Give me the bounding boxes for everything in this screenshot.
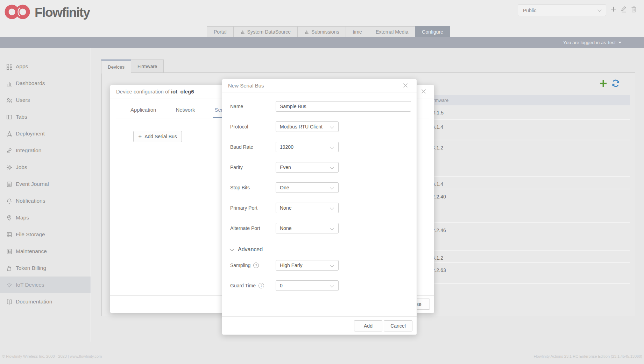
chevron-down-icon [330, 263, 334, 267]
help-icon[interactable]: ? [259, 283, 264, 288]
logged-in-text: You are logged in as [563, 40, 606, 45]
sidebar-item-deployment[interactable]: Deployment [0, 125, 91, 142]
journal-icon [6, 181, 12, 187]
chevron-down-icon [330, 165, 334, 169]
flowfinity-app: Flowfinity PortalSystem DataSourceSubmis… [0, 0, 644, 364]
refresh-icon[interactable] [611, 79, 620, 89]
form-row-primary-port: Primary PortNone [222, 203, 417, 213]
nav-tab-submissions[interactable]: Submissions [297, 26, 346, 37]
nav-tab-configure[interactable]: Configure [415, 26, 450, 37]
add-device-icon[interactable] [599, 79, 608, 90]
form-row-guard-time: Guard Time?0 [222, 280, 417, 291]
trash-icon[interactable] [630, 6, 638, 14]
sidebar-item-integration[interactable]: Integration [0, 142, 91, 159]
nav-tab-system-datasource[interactable]: System DataSource [233, 26, 298, 37]
deployment-icon [6, 131, 12, 137]
field-value: None [280, 225, 291, 231]
sidebar-item-label: Apps [16, 63, 28, 70]
alternate-port-select[interactable]: None [276, 223, 339, 233]
flowfinity-logo[interactable]: Flowfinity [3, 3, 90, 22]
sidebar-item-dashboards[interactable]: Dashboards [0, 75, 91, 92]
close-icon[interactable] [421, 89, 426, 94]
name-input[interactable]: Sample Bus [276, 101, 411, 112]
edit-pencil-icon[interactable] [621, 6, 628, 14]
device-name: iot_oleg6 [171, 89, 194, 94]
flowfinity-logo-icon [3, 3, 31, 22]
add-serial-bus-button[interactable]: + Add Serial Bus [133, 131, 182, 142]
device-tab-network[interactable]: Network [171, 107, 199, 118]
nav-tab-portal[interactable]: Portal [207, 26, 234, 37]
profile-select-value: Public [523, 8, 536, 13]
guard-time-select[interactable]: 0 [276, 280, 339, 291]
field-label: Protocol [230, 121, 248, 132]
page-footer: © Flowfinity Wireless Inc. 2000 - 2023 |… [0, 354, 644, 361]
serial-modal-header: New Serial Bus [222, 79, 417, 92]
sidebar-item-event-journal[interactable]: Event Journal [0, 176, 91, 192]
serial-modal-title: New Serial Bus [228, 83, 264, 89]
sidebar-item-token-billing[interactable]: Token Billing [0, 260, 91, 276]
form-row-name: NameSample Bus [222, 101, 417, 112]
nav-tab-time[interactable]: time [346, 26, 369, 37]
top-navigation: PortalSystem DataSourceSubmissionstimeEx… [207, 26, 450, 37]
tab-firmware[interactable]: Firmware [131, 59, 164, 73]
cancel-button[interactable]: Cancel [384, 320, 412, 331]
parity-select[interactable]: Even [276, 162, 339, 173]
sidebar-item-label: Notifications [16, 198, 45, 204]
pin-icon [6, 215, 12, 221]
advanced-section-toggle[interactable]: Advanced [230, 246, 263, 253]
help-icon[interactable]: ? [253, 262, 259, 268]
caret-down-icon [618, 42, 622, 43]
baud-rate-select[interactable]: 19200 [276, 142, 339, 152]
maintenance-icon [6, 248, 12, 254]
sidebar-item-file-storage[interactable]: File Storage [0, 226, 91, 243]
sidebar-item-label: Users [16, 97, 30, 103]
sidebar-item-maps[interactable]: Maps [0, 209, 91, 226]
field-label: Name [230, 101, 243, 112]
field-value: High Early [280, 262, 303, 268]
chevron-down-icon [330, 145, 334, 149]
logged-in-user-menu[interactable]: You are logged in as test [563, 37, 622, 48]
nav-tab-label: System DataSource [247, 29, 291, 35]
sidebar-item-maintenance[interactable]: Maintenance [0, 243, 91, 260]
form-row-baud-rate: Baud Rate19200 [222, 142, 417, 152]
chevron-down-icon [330, 186, 334, 189]
sidebar-item-notifications[interactable]: Notifications [0, 192, 91, 209]
chevron-down-icon [330, 125, 334, 128]
nav-tab-label: Portal [214, 29, 227, 35]
sampling-select[interactable]: High Early [276, 260, 339, 271]
sidebar-item-iot-devices[interactable]: IoT Devices [0, 276, 91, 293]
sidebar-item-apps[interactable]: Apps [0, 58, 91, 75]
logged-in-username: test [608, 40, 616, 45]
wifi-icon [6, 282, 12, 288]
sidebar-item-label: Dashboards [16, 80, 45, 86]
device-tab-application[interactable]: Application [126, 107, 160, 118]
sidebar-item-jobs[interactable]: Jobs [0, 159, 91, 176]
nav-tab-label: External Media [376, 29, 408, 35]
profile-select[interactable]: Public [518, 5, 606, 16]
protocol-select[interactable]: Modbus RTU Client [276, 121, 339, 132]
content-tabs: DevicesFirmware [101, 59, 164, 74]
sidebar-item-label: Integration [16, 147, 41, 154]
sidebar-item-users[interactable]: Users [0, 92, 91, 108]
form-row-parity: ParityEven [222, 162, 417, 173]
chevron-down-icon [330, 226, 334, 230]
field-label: Primary Port [230, 203, 257, 213]
sidebar-item-documentation[interactable]: Documentation [0, 293, 91, 310]
add-button[interactable]: Add [354, 320, 382, 331]
sidebar-item-label: Documentation [16, 299, 52, 305]
sidebar-item-label: Tabs [16, 114, 27, 120]
nav-tab-external-media[interactable]: External Media [369, 26, 415, 37]
tab-devices[interactable]: Devices [101, 59, 131, 74]
primary-port-select[interactable]: None [276, 203, 339, 213]
footer-copyright: © Flowfinity Wireless Inc. 2000 - 2023 |… [2, 354, 102, 358]
sidebar-item-label: Maps [16, 215, 29, 221]
field-label: Baud Rate [230, 142, 253, 152]
login-bar: You are logged in as test [0, 37, 644, 48]
add-profile-icon[interactable] [610, 6, 618, 14]
chevron-down-icon [597, 8, 601, 12]
chevron-down-icon [330, 284, 334, 287]
device-modal-title: Device configuration of iot_oleg6 [116, 89, 194, 94]
close-icon[interactable] [403, 83, 408, 88]
sidebar-item-tabs[interactable]: Tabs [0, 108, 91, 125]
stop-bits-select[interactable]: One [276, 182, 339, 193]
